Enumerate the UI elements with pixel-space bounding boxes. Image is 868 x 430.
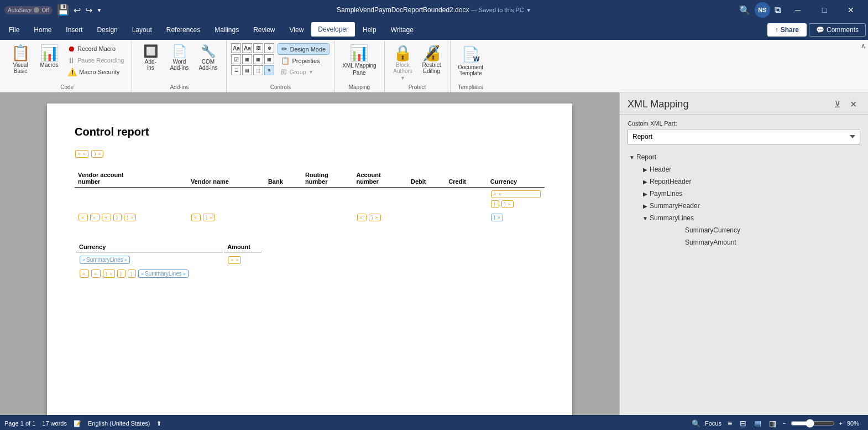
document-template-button[interactable]: 📄 W DocumentTemplate [455, 43, 487, 79]
language[interactable]: English (United States) [88, 420, 150, 427]
control-btn-5[interactable]: ☑ [231, 54, 241, 64]
upload-icon[interactable]: ⬆ [156, 420, 161, 427]
header-control-2[interactable]: ) » [91, 150, 103, 158]
control-btn-10[interactable]: ▤ [242, 65, 252, 75]
block-authors-button[interactable]: 🔒 BlockAuthors ▼ [389, 43, 417, 83]
zoom-percent[interactable]: 90% [847, 420, 864, 427]
document-area[interactable]: Control report « » ) » [0, 92, 619, 415]
save-location[interactable]: Saved to this PC [479, 7, 524, 13]
s-cc-5[interactable]: ) [128, 270, 136, 278]
comments-button[interactable]: 💬 Comments [809, 23, 866, 37]
control-btn-2[interactable]: Aa [242, 43, 252, 53]
menu-design[interactable]: Design [90, 23, 124, 37]
xml-node-reportheader[interactable]: ReportHeader [641, 175, 860, 188]
control-btn-8[interactable]: ▦ [264, 54, 274, 64]
avatar[interactable]: NS [755, 2, 770, 18]
control-btn-3[interactable]: 🖼 [253, 43, 263, 53]
reportheader-expand-icon[interactable] [641, 177, 650, 186]
xml-node-summaryheader[interactable]: SummaryHeader [641, 200, 860, 212]
proofing-icon[interactable]: 📝 [74, 420, 81, 427]
control-btn-12[interactable]: ≡ [264, 65, 274, 75]
control-btn-9[interactable]: ☰ [231, 65, 241, 75]
close-button[interactable]: ✕ [838, 0, 864, 20]
ribbon-collapse-icon[interactable]: ∧ [861, 42, 866, 50]
zoom-slider[interactable] [791, 419, 835, 428]
properties-button[interactable]: 📋 Properties [278, 55, 330, 66]
summary-lines-cc-2[interactable]: « SummaryLines » [138, 270, 189, 278]
vendor-cc-3[interactable]: « [102, 214, 111, 221]
vendor-cc-5[interactable]: ) » [124, 214, 136, 221]
save-dropdown-icon[interactable]: ▼ [526, 7, 531, 13]
menu-insert[interactable]: Insert [59, 23, 89, 37]
maximize-button[interactable]: □ [812, 0, 837, 20]
xml-node-header[interactable]: Header [641, 163, 860, 175]
s-cc-4[interactable]: ) [117, 270, 126, 278]
header-expand-icon[interactable] [641, 165, 650, 174]
zoom-increase-btn[interactable]: + [839, 420, 843, 427]
visual-basic-button[interactable]: 📋 VisualBasic [7, 43, 34, 76]
record-macro-button[interactable]: ⏺ Record Macro [64, 43, 127, 54]
add-ins-button[interactable]: 🔲 Add-ins [137, 43, 164, 73]
control-btn-4[interactable]: ⚙ [264, 43, 274, 53]
vendor-cc-1[interactable]: « [79, 214, 88, 221]
pause-recording-button[interactable]: ⏸ Pause Recording [64, 55, 127, 66]
com-add-ins-button[interactable]: 🔧 COMAdd-ins [194, 43, 222, 73]
menu-references[interactable]: References [160, 23, 207, 37]
macro-security-button[interactable]: ⚠️ Macro Security [64, 66, 127, 77]
minimize-button[interactable]: ─ [785, 0, 811, 20]
s-cc-2[interactable]: « [91, 270, 101, 278]
share-button[interactable]: ↑ Share [767, 23, 807, 37]
xml-part-dropdown[interactable]: Report [628, 129, 860, 144]
currency-cc-2[interactable]: ) [491, 200, 499, 208]
control-btn-1[interactable]: Aa [231, 43, 241, 53]
word-add-ins-button[interactable]: 📄 WordAdd-ins [165, 43, 193, 73]
control-btn-6[interactable]: ▦ [242, 54, 252, 64]
xml-node-summarylines[interactable]: SummaryLines [641, 212, 860, 224]
currency-blue-cc[interactable]: ) » [491, 214, 503, 221]
layout-print-icon[interactable]: ≡ [726, 419, 734, 428]
layout-outline-icon[interactable]: ▥ [767, 419, 778, 428]
menu-home[interactable]: Home [27, 23, 58, 37]
summary-amount-cc[interactable]: « » [228, 256, 241, 264]
vendor-cc-2[interactable]: « [90, 214, 100, 221]
menu-help[interactable]: Help [356, 23, 383, 37]
summaryheader-expand-icon[interactable] [641, 201, 650, 210]
control-btn-7[interactable]: ▦ [253, 54, 263, 64]
acc-cc-2[interactable]: ) » [369, 214, 381, 221]
restore-icon[interactable]: ⧉ [775, 5, 781, 15]
vendor-cc-4[interactable]: ) [113, 214, 122, 221]
layout-read-icon[interactable]: ▤ [752, 419, 763, 428]
xml-node-summarycurrency[interactable]: SummaryCurrency [676, 224, 860, 236]
menu-file[interactable]: File [2, 23, 26, 37]
acc-cc-1[interactable]: « [357, 214, 367, 221]
vname-cc-1[interactable]: « [191, 214, 201, 221]
currency-cc-1[interactable]: « » [491, 190, 541, 198]
autosave-toggle[interactable]: AutoSave Off [4, 6, 53, 14]
restrict-editing-button[interactable]: 🔏 RestrictEditing [418, 43, 446, 76]
group-button[interactable]: ⊞ Group ▼ [278, 66, 330, 77]
s-cc-1[interactable]: « [80, 270, 89, 278]
menu-developer[interactable]: Developer [311, 22, 355, 38]
menu-writage[interactable]: Writage [384, 23, 420, 37]
design-mode-button[interactable]: ✏ Design Mode [278, 43, 330, 55]
focus-label[interactable]: Focus [705, 420, 721, 427]
report-expand-icon[interactable] [628, 153, 636, 162]
save-icon[interactable]: 💾 [57, 4, 69, 16]
xml-panel-detach-button[interactable]: ⊻ [831, 98, 844, 111]
summary-lines-cc-1[interactable]: « SummaryLines » [80, 256, 130, 264]
s-cc-3[interactable]: ) » [103, 270, 115, 278]
quick-access-dropdown[interactable]: ▼ [97, 7, 102, 13]
summarylines-expand-icon[interactable] [641, 214, 650, 222]
control-btn-11[interactable]: ⬚ [253, 65, 263, 75]
paymlines-expand-icon[interactable] [641, 189, 650, 198]
xml-mapping-pane-button[interactable]: 📊 XML MappingPane [339, 43, 379, 79]
redo-icon[interactable]: ↪ [85, 5, 92, 15]
focus-icon[interactable]: 🔍 [692, 419, 700, 428]
undo-icon[interactable]: ↩ [74, 5, 81, 15]
menu-mailings[interactable]: Mailings [208, 23, 245, 37]
layout-web-icon[interactable]: ⊟ [738, 419, 748, 428]
header-control-1[interactable]: « » [75, 150, 88, 158]
macros-button[interactable]: 📊 Macros [35, 43, 63, 70]
xml-panel-close-button[interactable]: ✕ [846, 98, 860, 111]
search-icon[interactable]: 🔍 [739, 5, 750, 15]
